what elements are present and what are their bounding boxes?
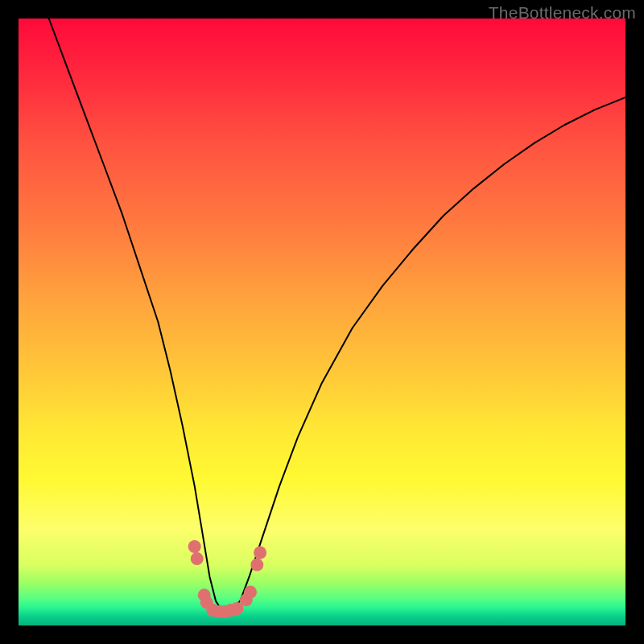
bottleneck-chart <box>19 19 625 625</box>
highlight-dot <box>250 559 263 572</box>
highlight-dots <box>188 540 266 618</box>
watermark-text: TheBottleneck.com <box>489 3 636 23</box>
bottleneck-curve <box>49 19 625 610</box>
chart-area <box>19 19 625 625</box>
highlight-dot <box>191 552 204 565</box>
highlight-dot <box>188 540 201 553</box>
highlight-dot <box>244 586 257 599</box>
highlight-dot <box>254 547 266 559</box>
